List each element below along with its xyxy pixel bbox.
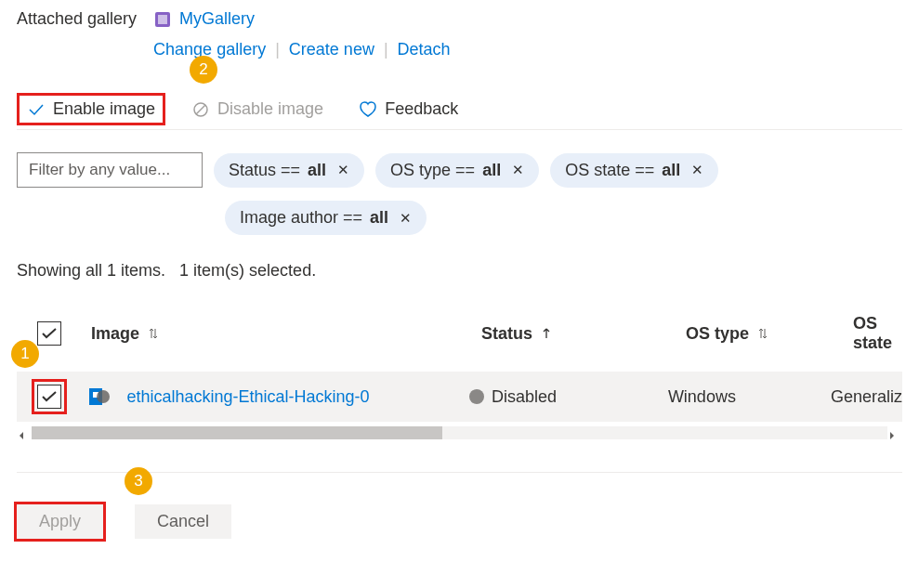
heart-icon bbox=[359, 100, 377, 119]
scroll-thumb[interactable] bbox=[32, 426, 442, 439]
col-header-status[interactable]: Status bbox=[481, 324, 686, 344]
close-icon[interactable]: ✕ bbox=[512, 162, 524, 178]
gallery-icon bbox=[153, 10, 172, 29]
feedback-button[interactable]: Feedback bbox=[349, 94, 467, 124]
col-header-image[interactable]: Image bbox=[91, 324, 481, 344]
osstate-text: Generaliz bbox=[831, 387, 902, 406]
filter-row: Status == all ✕ OS type == all ✕ OS stat… bbox=[17, 152, 902, 188]
showing-text: Showing all 1 items. bbox=[17, 261, 165, 280]
col-header-osstate[interactable]: OS state bbox=[853, 314, 902, 353]
cancel-button[interactable]: Cancel bbox=[135, 504, 231, 539]
apply-button[interactable]: Apply bbox=[17, 504, 103, 539]
filter-pill-osstate[interactable]: OS state == all ✕ bbox=[550, 153, 718, 188]
status-text: Disabled bbox=[492, 387, 557, 407]
filter-pill-ostype[interactable]: OS type == all ✕ bbox=[375, 153, 539, 188]
row-checkbox[interactable] bbox=[37, 385, 61, 409]
svg-rect-1 bbox=[158, 15, 167, 24]
filter-pill-status[interactable]: Status == all ✕ bbox=[214, 153, 364, 188]
separator: | bbox=[384, 40, 388, 59]
separator: | bbox=[275, 40, 280, 59]
svg-point-6 bbox=[97, 390, 110, 403]
enable-label: Enable image bbox=[53, 99, 155, 119]
ostype-text: Windows bbox=[668, 387, 736, 407]
svg-line-3 bbox=[196, 105, 205, 114]
status-row: Showing all 1 items. 1 item(s) selected. bbox=[17, 261, 902, 281]
scroll-left-icon[interactable] bbox=[17, 425, 32, 440]
gallery-link[interactable]: MyGallery bbox=[179, 9, 255, 29]
status-dot-icon bbox=[469, 389, 484, 404]
attached-label: Attached gallery bbox=[17, 9, 137, 29]
check-icon bbox=[27, 100, 46, 119]
close-icon[interactable]: ✕ bbox=[691, 162, 703, 178]
sort-icon bbox=[147, 327, 160, 340]
filter-input[interactable] bbox=[17, 152, 203, 188]
annotation-badge-3: 3 bbox=[125, 467, 152, 495]
table-row[interactable]: ethicalhacking-Ethical-Hacking-0 Disable… bbox=[17, 372, 902, 422]
image-table: Image Status OS type bbox=[17, 307, 902, 442]
disable-image-button: Disable image bbox=[182, 94, 333, 124]
selected-text: 1 item(s) selected. bbox=[179, 261, 316, 280]
scroll-right-icon[interactable] bbox=[887, 425, 902, 440]
prohibit-icon bbox=[191, 100, 210, 119]
image-resource-icon bbox=[89, 386, 110, 407]
filter-pill-author[interactable]: Image author == all ✕ bbox=[225, 201, 427, 235]
close-icon[interactable]: ✕ bbox=[400, 210, 412, 227]
enable-image-button[interactable]: Enable image bbox=[17, 93, 165, 125]
sort-icon bbox=[756, 327, 769, 340]
toolbar: Enable image Disable image Feedback bbox=[17, 93, 902, 130]
create-new-link[interactable]: Create new bbox=[289, 40, 374, 59]
select-all-checkbox[interactable] bbox=[37, 321, 61, 346]
sort-asc-icon bbox=[540, 327, 553, 340]
detach-link[interactable]: Detach bbox=[398, 40, 451, 59]
image-name-link[interactable]: ethicalhacking-Ethical-Hacking-0 bbox=[126, 387, 369, 407]
attached-gallery-row: Attached gallery MyGallery Change galler… bbox=[17, 9, 902, 59]
annotation-badge-2: 2 bbox=[190, 56, 217, 84]
feedback-label: Feedback bbox=[385, 99, 458, 119]
horizontal-scrollbar[interactable] bbox=[17, 424, 902, 442]
disable-label: Disable image bbox=[217, 99, 323, 119]
close-icon[interactable]: ✕ bbox=[337, 162, 349, 178]
scroll-track[interactable] bbox=[32, 426, 887, 439]
table-header: Image Status OS type bbox=[17, 307, 902, 360]
annotation-badge-1: 1 bbox=[11, 340, 39, 368]
col-header-ostype[interactable]: OS type bbox=[686, 324, 853, 344]
